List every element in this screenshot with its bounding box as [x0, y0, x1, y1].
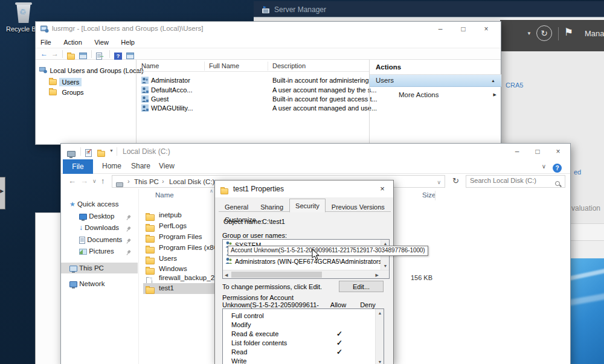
- explorer-titlebar[interactable]: ✓ ▼ Local Disk (C:) – □ ×: [61, 144, 570, 159]
- server-manager-titlebar[interactable]: Server Manager: [254, 1, 604, 18]
- lusrmgr-maximize-button[interactable]: □: [454, 22, 473, 36]
- qat-properties-icon[interactable]: ✓: [85, 147, 92, 158]
- permission-row[interactable]: Full control: [231, 312, 264, 319]
- link-fragment-ed[interactable]: ed: [574, 168, 581, 176]
- menubar-divider: [558, 27, 559, 40]
- col-full-name[interactable]: Full Name: [209, 62, 239, 69]
- hscroll-thumb[interactable]: [231, 272, 322, 278]
- address-dropdown-icon[interactable]: ∨: [437, 179, 441, 185]
- sidebar-item-pictures[interactable]: Pictures: [61, 246, 138, 257]
- allow-check[interactable]: ✓: [330, 339, 349, 347]
- allow-check[interactable]: ✓: [330, 330, 349, 338]
- nav-up-icon[interactable]: ↑: [101, 176, 105, 185]
- collapse-icon[interactable]: ▲: [491, 78, 495, 83]
- tab-home[interactable]: Home: [102, 162, 121, 170]
- permission-row[interactable]: Read & execute: [231, 330, 278, 337]
- search-input[interactable]: [470, 177, 551, 184]
- sidebar-item-downloads[interactable]: ↓ Downloads: [61, 222, 138, 233]
- permissions-list[interactable]: Full control Modify Read & execute List …: [222, 308, 384, 364]
- actions-group-users[interactable]: Users ▲: [370, 75, 501, 87]
- column-name[interactable]: Name: [155, 191, 174, 199]
- lusrmgr-close-button[interactable]: ×: [477, 22, 496, 36]
- col-name[interactable]: Name: [141, 62, 159, 69]
- properties-close-button[interactable]: ×: [373, 182, 392, 196]
- ribbon-collapse-icon[interactable]: ∨: [542, 163, 546, 170]
- scroll-right-icon[interactable]: ▶: [376, 273, 379, 278]
- tab-view[interactable]: View: [159, 162, 175, 170]
- user-row[interactable]: Administrator Built-in account for admin…: [137, 76, 369, 85]
- refresh-icon[interactable]: ↻: [536, 25, 552, 41]
- explorer-maximize-button[interactable]: □: [528, 145, 547, 158]
- permission-row[interactable]: List folder contents: [231, 339, 287, 346]
- flag-icon[interactable]: ⚑: [564, 26, 573, 39]
- tree-item-users[interactable]: Users: [49, 76, 82, 87]
- user-row[interactable]: DefaultAcco... A user account managed by…: [137, 86, 369, 95]
- tab-security[interactable]: Security: [289, 199, 326, 212]
- scroll-up-icon[interactable]: ▲: [376, 311, 384, 315]
- tab-file[interactable]: File: [63, 159, 93, 174]
- tree-root[interactable]: Local Users and Groups (Local): [39, 65, 144, 75]
- lusrmgr-titlebar[interactable]: lusrmgr - [Local Users and Groups (Local…: [36, 22, 501, 36]
- tab-general[interactable]: General: [219, 201, 254, 214]
- allow-check[interactable]: ✓: [330, 348, 349, 356]
- sidebar-item-documents[interactable]: Documents: [61, 234, 138, 245]
- menu-view[interactable]: View: [89, 37, 114, 48]
- server-link-fragment[interactable]: CRA5: [506, 81, 523, 89]
- scroll-left-icon[interactable]: ◀: [225, 273, 228, 278]
- qat-newfolder-icon[interactable]: [97, 148, 105, 159]
- user-description: A user account managed and use...: [272, 104, 377, 112]
- user-row[interactable]: WDAGUtility... A user account managed an…: [137, 104, 369, 113]
- explorer-help-icon[interactable]: ?: [553, 162, 562, 173]
- lusrmgr-content: Local Users and Groups (Local) Users Gro…: [36, 60, 501, 144]
- sidebar-item-this-pc[interactable]: This PC: [61, 263, 138, 273]
- user-description: A user account managed by the s...: [272, 86, 376, 94]
- permission-row[interactable]: Read: [231, 348, 247, 356]
- notifications-dropdown-icon[interactable]: ▼: [527, 31, 532, 36]
- tab-previous-versions[interactable]: Previous Versions: [326, 201, 391, 214]
- actions-more-actions[interactable]: More Actions ▶: [370, 90, 501, 101]
- forward-icon[interactable]: →: [51, 49, 59, 58]
- explorer-close-button[interactable]: ×: [548, 145, 568, 158]
- properties-dialog: test1 Properties × GeneralSharingSecurit…: [214, 180, 394, 364]
- manage-menu[interactable]: Manag: [585, 29, 604, 38]
- breadcrumb-this-pc[interactable]: This PC: [134, 178, 159, 185]
- group-names-list[interactable]: SYSTEM Administrators (WIN-QEF674GCRA5\A…: [222, 239, 390, 279]
- sidebar-item-quick-access[interactable]: ★ Quick access: [61, 199, 138, 209]
- nav-back-icon[interactable]: ←: [68, 176, 76, 185]
- menu-file[interactable]: File: [36, 37, 56, 48]
- desktop-label: Desktop: [89, 212, 114, 220]
- permissions-vscrollbar[interactable]: ▲ ▼: [375, 309, 384, 364]
- sidebar-item-desktop[interactable]: Desktop: [61, 211, 138, 222]
- user-description: Built-in account for guest access t...: [272, 95, 378, 103]
- tree-item-groups[interactable]: Groups: [49, 86, 86, 97]
- breadcrumb-current[interactable]: Local Disk (C:): [169, 178, 214, 185]
- menu-action[interactable]: Action: [59, 37, 87, 48]
- tab-sharing[interactable]: Sharing: [254, 201, 289, 214]
- tab-share[interactable]: Share: [131, 162, 150, 170]
- properties-titlebar[interactable]: test1 Properties ×: [215, 180, 393, 197]
- explorer-minimize-button[interactable]: –: [507, 145, 527, 158]
- properties-tabs: GeneralSharingSecurityPrevious VersionsC…: [219, 200, 391, 212]
- scroll-up-icon[interactable]: ▲: [381, 241, 390, 246]
- sidebar-item-network[interactable]: Network: [61, 278, 138, 289]
- lusrmgr-minimize-button[interactable]: –: [431, 22, 450, 36]
- edit-button[interactable]: Edit...: [339, 281, 384, 292]
- qat-customize-icon[interactable]: ▼: [109, 148, 114, 153]
- user-row[interactable]: Guest Built-in account for guest access …: [137, 95, 369, 104]
- menu-help[interactable]: Help: [116, 37, 140, 48]
- scroll-down-icon[interactable]: ▼: [381, 264, 390, 268]
- permission-row[interactable]: Modify: [231, 321, 251, 328]
- permissions-for-label-line2: Unknown(S-1-5-21-2059099611-2: [222, 301, 319, 308]
- search-box[interactable]: [466, 175, 565, 188]
- group-list-hscrollbar[interactable]: ◀ ▶: [223, 270, 389, 278]
- permission-row[interactable]: Write: [231, 357, 246, 364]
- refresh-address-icon[interactable]: ↻: [452, 176, 459, 185]
- col-description[interactable]: Description: [272, 62, 306, 69]
- back-icon[interactable]: ←: [40, 49, 48, 58]
- column-size[interactable]: Size: [422, 191, 435, 199]
- quick-access-label: Quick access: [77, 200, 118, 208]
- downloads-label: Downloads: [85, 224, 119, 231]
- nav-forward-icon[interactable]: →: [80, 176, 88, 185]
- scroll-down-icon[interactable]: ▼: [376, 360, 384, 364]
- nav-recent-icon[interactable]: ∨: [92, 178, 97, 184]
